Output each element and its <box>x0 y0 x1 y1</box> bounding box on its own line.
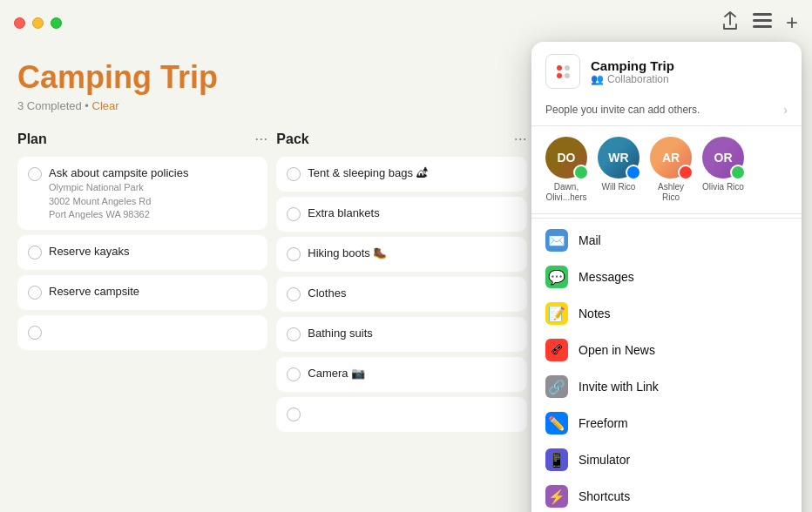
task-radio[interactable] <box>287 408 301 421</box>
plan-header: Plan ··· <box>17 130 267 148</box>
badge-dawn <box>573 165 589 180</box>
add-icon[interactable]: + <box>786 10 798 35</box>
task-subtext: Olympic National Park3002 Mount Angeles … <box>49 181 188 221</box>
dot-red-2 <box>557 73 562 78</box>
task-item[interactable]: Reserve campsite <box>17 275 267 310</box>
mail-icon: ✉️ <box>545 229 568 252</box>
popup-invite-row[interactable]: People you invite can add others. › <box>531 98 802 126</box>
task-text: Bathing suits <box>308 326 372 341</box>
task-radio[interactable] <box>287 207 301 221</box>
collab-item-will[interactable]: WR Will Rico <box>598 137 639 203</box>
task-text: Camera 📷 <box>308 366 365 381</box>
freeform-icon: ✏️ <box>545 412 568 435</box>
task-item[interactable]: Bathing suits <box>276 317 526 352</box>
task-text: Extra blankets <box>308 205 379 221</box>
task-radio[interactable] <box>287 287 301 301</box>
task-item[interactable]: Ask about campsite policies Olympic Nati… <box>17 157 267 230</box>
task-radio[interactable] <box>287 367 301 381</box>
traffic-lights <box>14 17 62 29</box>
svg-rect-0 <box>753 13 772 16</box>
list-icon[interactable] <box>753 13 772 33</box>
avatar-olivia: OR <box>702 137 744 179</box>
news-icon: 🗞 <box>545 339 568 361</box>
pack-column: Pack ··· Tent & sleeping bags 🏕 Extra bl… <box>276 130 535 432</box>
collab-name-will: Will Rico <box>602 182 636 192</box>
task-radio[interactable] <box>28 326 42 340</box>
task-item[interactable]: Clothes <box>276 277 526 312</box>
menu-item-news[interactable]: 🗞 Open in News <box>531 332 802 368</box>
toolbar-right: + <box>721 10 798 35</box>
menu-item-shortcuts[interactable]: ⚡ Shortcuts <box>531 478 802 512</box>
task-item[interactable]: Extra blankets <box>276 197 526 232</box>
dot-gray-1 <box>565 65 570 71</box>
task-item[interactable]: Reserve kayaks <box>17 235 267 270</box>
plan-task-list: Ask about campsite policies Olympic Nati… <box>17 157 267 350</box>
dot-red-1 <box>557 65 562 71</box>
popup-header: Camping Trip 👥 Collaboration <box>531 42 802 98</box>
plan-menu-button[interactable]: ··· <box>254 130 267 148</box>
task-radio[interactable] <box>287 167 301 181</box>
title-bar: + <box>0 0 812 45</box>
task-radio[interactable] <box>28 246 42 259</box>
reminders-icon <box>553 62 573 82</box>
menu-item-freeform[interactable]: ✏️ Freeform <box>531 405 802 441</box>
divider <box>531 218 802 219</box>
shortcuts-icon: ⚡ <box>545 485 568 508</box>
chevron-right-icon: › <box>783 103 788 117</box>
task-item[interactable]: Hiking boots 🥾 <box>276 237 526 272</box>
popup-title: Camping Trip <box>591 58 674 73</box>
menu-item-mail[interactable]: ✉️ Mail <box>531 222 802 259</box>
notes-label: Notes <box>579 307 611 320</box>
avatar-ashley: AR <box>650 137 692 179</box>
plan-column: Plan ··· Ask about campsite policies Oly… <box>17 130 276 432</box>
badge-will <box>626 165 641 180</box>
collab-item-olivia[interactable]: OR Olivia Rico <box>702 137 744 203</box>
collab-item-dawn[interactable]: DO Dawn,Olivi...hers <box>545 137 587 203</box>
task-text: Ask about campsite policies <box>49 165 188 181</box>
task-text: Tent & sleeping bags 🏕 <box>308 165 427 181</box>
messages-label: Messages <box>579 270 634 284</box>
pack-menu-button[interactable]: ··· <box>514 130 527 148</box>
task-item-empty[interactable] <box>276 397 526 432</box>
popup-app-icon <box>545 54 580 89</box>
avatar-will: WR <box>598 137 639 179</box>
task-text: Hiking boots 🥾 <box>308 246 387 261</box>
avatar-dawn: DO <box>545 137 587 179</box>
task-radio[interactable] <box>28 286 42 300</box>
minimize-button[interactable] <box>32 17 44 29</box>
task-radio[interactable] <box>287 247 301 261</box>
share-icon[interactable] <box>721 11 739 35</box>
shortcuts-label: Shortcuts <box>579 489 630 503</box>
link-icon: 🔗 <box>545 375 568 398</box>
svg-rect-2 <box>753 25 772 28</box>
popup-subtitle: 👥 Collaboration <box>591 73 674 85</box>
fullscreen-button[interactable] <box>51 17 62 29</box>
clear-button[interactable]: Clear <box>92 99 119 112</box>
menu-item-link[interactable]: 🔗 Invite with Link <box>531 368 802 405</box>
collaboration-icon: 👥 <box>591 73 604 85</box>
simulator-icon: 📱 <box>545 448 568 471</box>
task-radio[interactable] <box>28 167 42 181</box>
task-item-empty[interactable] <box>17 315 267 350</box>
task-radio[interactable] <box>287 327 301 341</box>
menu-item-messages[interactable]: 💬 Messages <box>531 259 802 295</box>
svg-rect-1 <box>753 19 772 22</box>
news-label: Open in News <box>579 343 655 357</box>
menu-item-simulator[interactable]: 📱 Simulator <box>531 441 802 478</box>
collab-name-ashley: AshleyRico <box>658 182 684 203</box>
messages-icon: 💬 <box>545 266 568 288</box>
badge-olivia <box>730 165 746 180</box>
simulator-label: Simulator <box>579 453 630 467</box>
collaboration-label: Collaboration <box>607 73 669 85</box>
menu-item-notes[interactable]: 📝 Notes <box>531 295 802 332</box>
pack-title: Pack <box>276 131 308 147</box>
collab-name-dawn: Dawn,Olivi...hers <box>545 182 586 203</box>
task-text: Reserve kayaks <box>49 244 129 259</box>
task-text: Reserve campsite <box>49 284 139 300</box>
task-item[interactable]: Tent & sleeping bags 🏕 <box>276 157 526 192</box>
task-item[interactable]: Camera 📷 <box>276 357 526 392</box>
collab-item-ashley[interactable]: AR AshleyRico <box>650 137 692 203</box>
badge-ashley <box>678 165 694 180</box>
close-button[interactable] <box>14 17 25 29</box>
share-popup: Camping Trip 👥 Collaboration People you … <box>531 42 802 512</box>
